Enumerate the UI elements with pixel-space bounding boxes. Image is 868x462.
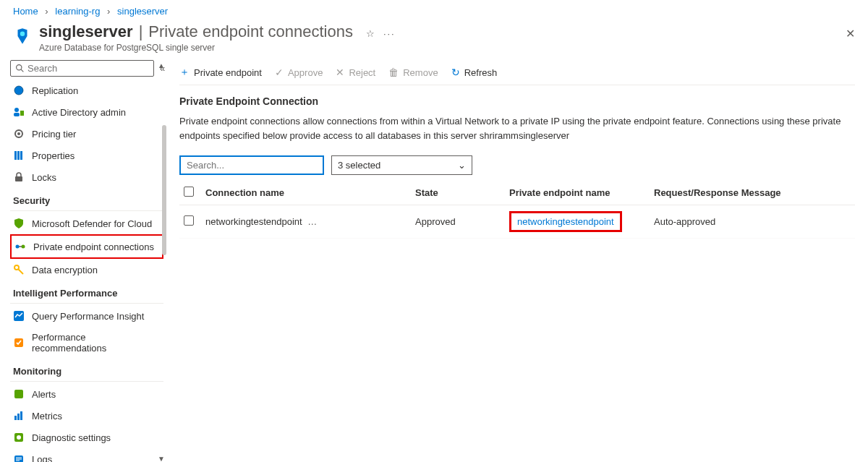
svg-point-15 (22, 245, 25, 249)
lock-icon (13, 171, 25, 183)
sidebar-item-label: Replication (32, 85, 78, 96)
logs-icon (13, 453, 25, 462)
breadcrumb-resource[interactable]: singleserver (117, 6, 168, 17)
resource-icon (13, 27, 32, 46)
sidebar-item-defender[interactable]: Microsoft Defender for Cloud (10, 213, 163, 234)
col-state[interactable]: State (411, 181, 505, 205)
scroll-down-icon[interactable]: ▼ (158, 455, 165, 462)
svg-point-1 (17, 65, 22, 70)
sidebar-item-locks[interactable]: Locks (10, 166, 163, 188)
sidebar-item-query-insight[interactable]: Query Performance Insight (10, 305, 163, 327)
chart-icon (13, 310, 25, 322)
table-row[interactable]: networkingtestendpoint … Approved networ… (179, 205, 855, 239)
sidebar-item-label: Data encryption (32, 265, 98, 275)
chevron-right-icon: › (45, 6, 48, 17)
svg-point-14 (16, 245, 20, 249)
scroll-up-icon[interactable]: ▲ (158, 61, 165, 69)
toolbar-label: Private endpoint (194, 67, 262, 78)
endpoint-highlight: networkingtestendpoint (509, 211, 622, 232)
filter-row: 3 selected ⌄ (179, 155, 855, 175)
sidebar-item-replication[interactable]: Replication (10, 80, 163, 101)
breadcrumb-home[interactable]: Home (13, 6, 38, 17)
trash-icon: 🗑 (388, 67, 399, 78)
sidebar-search-input[interactable] (27, 63, 149, 74)
row-context-menu[interactable]: … (307, 216, 317, 227)
sidebar-item-perf-recommend[interactable]: Performance recommendations (10, 327, 163, 359)
svg-line-18 (18, 269, 23, 274)
refresh-button[interactable]: ↻ Refresh (451, 67, 498, 78)
shield-icon (13, 218, 25, 229)
message-text: Auto-approved (650, 205, 855, 239)
sidebar-item-label: Microsoft Defender for Cloud (32, 218, 152, 229)
svg-rect-13 (15, 176, 22, 181)
svg-rect-11 (17, 151, 20, 160)
col-connection-name[interactable]: Connection name (201, 181, 411, 205)
connection-search-input[interactable] (179, 155, 324, 175)
svg-rect-12 (20, 151, 22, 160)
sidebar-item-properties[interactable]: Properties (10, 145, 163, 166)
sidebar-section-monitoring: Monitoring (10, 359, 163, 382)
sidebar-item-pricing[interactable]: Pricing tier (10, 123, 163, 145)
toolbar-label: Reject (349, 67, 375, 78)
select-all-checkbox[interactable] (184, 187, 194, 197)
svg-point-26 (17, 435, 21, 440)
sidebar-item-label: Diagnostic settings (32, 432, 111, 443)
svg-point-0 (20, 32, 25, 37)
svg-line-2 (21, 69, 23, 72)
chevron-down-icon: ⌄ (458, 160, 466, 171)
content-pane: ＋ Private endpoint ✓ Approve ✕ Reject 🗑 … (166, 60, 868, 462)
svg-rect-21 (14, 390, 23, 398)
svg-rect-24 (20, 411, 22, 420)
sidebar-item-label: Pricing tier (32, 129, 76, 140)
svg-rect-7 (20, 111, 24, 116)
approve-button[interactable]: ✓ Approve (275, 67, 323, 78)
sidebar-item-private-endpoint[interactable]: Private endpoint connections (10, 234, 163, 259)
check-icon: ✓ (275, 67, 284, 78)
state-filter-dropdown[interactable]: 3 selected ⌄ (331, 155, 472, 175)
more-icon[interactable]: ··· (383, 28, 396, 39)
pin-icon[interactable]: ☆ (366, 28, 375, 39)
gear-icon (13, 128, 25, 140)
scrollbar-thumb[interactable] (162, 125, 166, 255)
col-message[interactable]: Request/Response Message (650, 181, 855, 205)
sidebar-item-logs[interactable]: Logs (10, 448, 163, 462)
chevron-right-icon: › (107, 6, 110, 17)
breadcrumb: Home › learning-rg › singleserver (0, 0, 868, 20)
metrics-icon (13, 410, 25, 422)
toolbar-label: Remove (403, 67, 438, 78)
sidebar: ▲ « Replication Active Directory admin P… (0, 60, 166, 462)
toolbar-label: Refresh (464, 67, 498, 78)
row-checkbox[interactable] (184, 215, 194, 226)
sidebar-item-aad-admin[interactable]: Active Directory admin (10, 101, 163, 123)
svg-point-5 (14, 108, 19, 112)
sidebar-item-label: Locks (32, 172, 56, 183)
section-description: Private endpoint connections allow conne… (179, 114, 855, 142)
svg-rect-23 (17, 414, 20, 420)
blade-header: singleserver | Private endpoint connecti… (0, 20, 868, 60)
search-icon (15, 64, 25, 73)
connection-name-text: networkingtestendpoint (205, 216, 302, 227)
state-text: Approved (411, 205, 505, 239)
close-icon[interactable]: ✕ (846, 27, 855, 40)
svg-rect-6 (14, 113, 20, 116)
sidebar-item-label: Performance recommendations (32, 332, 161, 354)
sidebar-item-diagnostic[interactable]: Diagnostic settings (10, 427, 163, 448)
reject-button[interactable]: ✕ Reject (336, 67, 375, 78)
endpoint-link[interactable]: networkingtestendpoint (517, 216, 614, 227)
sidebar-item-label: Active Directory admin (32, 107, 126, 118)
sidebar-item-encryption[interactable]: Data encryption (10, 259, 163, 281)
recommend-icon (13, 337, 25, 348)
resource-name: singleserver (39, 22, 133, 41)
sidebar-item-metrics[interactable]: Metrics (10, 405, 163, 427)
sidebar-section-security: Security (10, 188, 163, 211)
remove-button[interactable]: 🗑 Remove (388, 67, 438, 78)
svg-point-9 (17, 132, 20, 135)
sidebar-search[interactable] (10, 60, 154, 77)
col-endpoint-name[interactable]: Private endpoint name (505, 181, 650, 205)
sidebar-item-alerts[interactable]: Alerts (10, 383, 163, 405)
filter-selected-text: 3 selected (338, 160, 380, 171)
endpoint-icon (14, 241, 26, 252)
sidebar-item-label: Properties (32, 150, 75, 161)
breadcrumb-rg[interactable]: learning-rg (55, 6, 100, 17)
add-private-endpoint-button[interactable]: ＋ Private endpoint (179, 66, 262, 79)
